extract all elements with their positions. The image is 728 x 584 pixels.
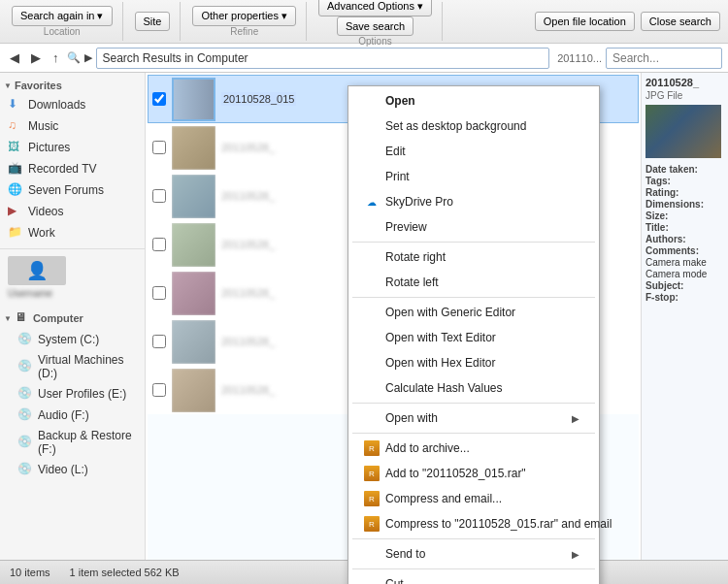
open-file-location-button[interactable]: Open file location (535, 12, 635, 31)
favorites-section-header[interactable]: ▼ Favorites (0, 77, 145, 94)
sidebar-item-work[interactable]: 📁 Work (0, 222, 145, 243)
file-checkbox[interactable] (152, 141, 166, 154)
drive-g-icon: 💿 (17, 435, 33, 450)
ctx-separator-2 (352, 297, 595, 298)
sidebar-item-downloads[interactable]: ⬇ Downloads (0, 94, 145, 115)
drive-e-label: User Profiles (E:) (38, 387, 126, 401)
ctx-open-hex[interactable]: Open with Hex Editor (348, 350, 599, 375)
sidebar-item-music[interactable]: ♫ Music (0, 115, 145, 137)
up-button[interactable]: ↑ (49, 49, 63, 67)
drive-d-icon: 💿 (17, 359, 33, 374)
user-section: 👤 Username (0, 253, 145, 302)
ctx-open[interactable]: Open (348, 88, 599, 114)
context-menu: Open Set as desktop background Edit Prin… (347, 85, 600, 584)
back-button[interactable]: ◀ (6, 49, 23, 67)
computer-section-header[interactable]: ▼ 🖥 Computer (0, 308, 145, 329)
drive-v-icon: 💿 (17, 462, 33, 477)
file-checkbox[interactable] (152, 238, 166, 251)
ctx-compress-email[interactable]: RCompress and email... (348, 486, 599, 511)
ctx-add-archive[interactable]: RAdd to archive... (348, 436, 599, 461)
meta-authors: Authors: (645, 234, 724, 244)
ctx-hash[interactable]: Calculate Hash Values (348, 375, 599, 401)
file-checkbox[interactable] (152, 383, 166, 397)
ctx-rotate-left[interactable]: Rotate left (348, 270, 599, 295)
text-editor-icon (364, 330, 380, 345)
options-label: Options (358, 36, 391, 47)
site-button[interactable]: Site (135, 12, 171, 31)
pictures-icon: 🖼 (8, 140, 23, 155)
preview-icon (364, 219, 380, 235)
size-label: Size: (645, 211, 668, 221)
save-search-button[interactable]: Save search (337, 16, 414, 36)
tv-icon: 📺 (8, 161, 23, 177)
favorites-chevron: ▼ (4, 81, 12, 90)
sidebar-item-virtual-d[interactable]: 💿 Virtual Machines (D:) (0, 350, 145, 383)
ctx-preview[interactable]: Preview (348, 214, 599, 240)
sidebar-item-video-v[interactable]: 💿 Video (L:) (0, 459, 145, 480)
address-bar: ◀ ▶ ↑ 🔍 ▶ 201110... (0, 44, 728, 73)
sidebar-label-recorded-tv: Recorded TV (28, 162, 96, 176)
ctx-rotate-right[interactable]: Rotate right (348, 244, 599, 270)
ctx-cut[interactable]: Cut (348, 571, 599, 584)
other-properties-button[interactable]: Other properties ▾ (192, 6, 296, 26)
ctx-set-desktop[interactable]: Set as desktop background (348, 114, 599, 139)
download-icon: ⬇ (8, 97, 23, 113)
date-taken-label: Date taken: (645, 164, 698, 175)
meta-title: Title: (645, 222, 724, 233)
sidebar-item-videos[interactable]: ▶ Videos (0, 201, 145, 222)
ctx-open-with[interactable]: Open with ▶ (348, 406, 599, 431)
ctx-edit[interactable]: Edit (348, 139, 599, 164)
site-section: Site (131, 2, 182, 41)
sidebar-label-seven-forums: Seven Forums (28, 183, 104, 197)
advanced-section: Advanced Options ▾ Save search Options (314, 2, 443, 41)
sidebar-label-downloads: Downloads (28, 98, 85, 112)
forward-button[interactable]: ▶ (27, 49, 45, 67)
sidebar-item-system-c[interactable]: 💿 System (C:) (0, 329, 145, 350)
ctx-open-text[interactable]: Open with Text Editor (348, 325, 599, 350)
file-checkbox[interactable] (152, 286, 166, 300)
skydrive-icon: ☁ (364, 194, 380, 210)
search-input[interactable] (606, 48, 722, 69)
title-label: Title: (645, 222, 669, 233)
ctx-compress-rar-email[interactable]: RCompress to "20110528_015.rar" and emai… (348, 511, 599, 536)
sidebar-item-seven-forums[interactable]: 🌐 Seven Forums (0, 179, 145, 201)
ctx-send-to[interactable]: Send to ▶ (348, 541, 599, 567)
ctx-separator-5 (352, 538, 595, 539)
address-input[interactable] (96, 48, 550, 69)
ctx-separator-4 (352, 433, 595, 434)
hash-icon (364, 380, 380, 396)
computer-chevron: ▼ (4, 314, 12, 323)
ctx-skydrive[interactable]: ☁SkyDrive Pro (348, 189, 599, 214)
send-to-arrow: ▶ (572, 549, 579, 560)
sidebar-item-recorded-tv[interactable]: 📺 Recorded TV (0, 158, 145, 179)
sidebar-label-work: Work (28, 226, 55, 240)
date-modified-label: 201110... (557, 52, 602, 64)
dimensions-label: Dimensions: (645, 199, 704, 210)
ctx-open-generic[interactable]: Open with Generic Editor (348, 300, 599, 325)
file-checkbox[interactable] (152, 189, 166, 203)
generic-editor-icon (364, 305, 380, 320)
sidebar-label-music: Music (28, 119, 58, 133)
sidebar-item-user-e[interactable]: 💿 User Profiles (E:) (0, 383, 145, 405)
video-icon: ▶ (8, 204, 23, 219)
sidebar-item-backup[interactable]: 💿 Backup & Restore (F:) (0, 426, 145, 459)
file-checkbox[interactable] (152, 335, 166, 348)
favorites-label: Favorites (15, 80, 62, 91)
rotate-right-icon (364, 249, 380, 265)
subject-label: Subject: (645, 280, 683, 291)
open-with-arrow: ▶ (572, 413, 579, 424)
close-search-button[interactable]: Close search (641, 12, 720, 31)
search-again-section: Search again in ▾ Location (8, 2, 123, 41)
file-checkbox[interactable] (152, 92, 166, 106)
location-label: Location (44, 26, 81, 37)
advanced-options-button[interactable]: Advanced Options ▾ (318, 0, 432, 16)
sidebar-item-audio-f[interactable]: 💿 Audio (F:) (0, 405, 145, 426)
drive-f-icon: 💿 (17, 407, 33, 423)
file-name: 20110528_ (221, 142, 275, 153)
ctx-add-rar[interactable]: RAdd to "20110528_015.rar" (348, 461, 599, 486)
sidebar-item-pictures[interactable]: 🖼 Pictures (0, 137, 145, 158)
archive-icon-3: R (364, 491, 380, 506)
meta-comments: Comments: (645, 245, 724, 256)
ctx-print[interactable]: Print (348, 164, 599, 189)
search-again-button[interactable]: Search again in ▾ (12, 6, 113, 26)
